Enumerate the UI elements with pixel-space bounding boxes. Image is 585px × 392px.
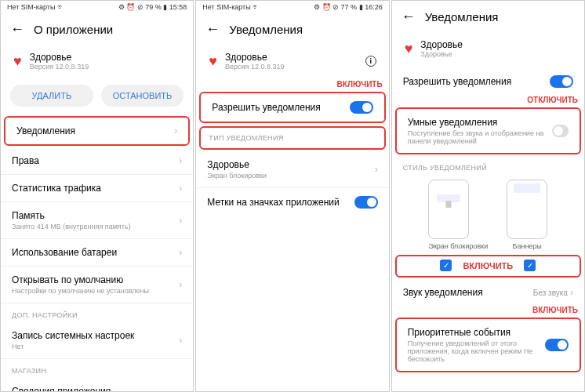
section-extra: ДОП. НАСТРОЙКИ [1, 303, 193, 322]
toggle-allow[interactable] [550, 75, 573, 88]
back-icon[interactable]: ← [402, 9, 416, 25]
row-traffic[interactable]: Статистика трафика› [1, 175, 193, 202]
row-permissions[interactable]: Права› [1, 147, 193, 175]
phone-2: Нет SIM-карты ᯤ ⚙ ⏰ ⊘ 77 % ▮ 16:26 ← Уве… [195, 0, 389, 392]
back-icon[interactable]: ← [10, 21, 24, 38]
header: ← Уведомления [196, 13, 388, 45]
highlight-checks: ✓ ВКЛЮЧИТЬ ✓ [395, 255, 581, 278]
chevron-right-icon: › [179, 279, 182, 290]
chevron-right-icon: › [570, 287, 573, 298]
style-banners[interactable]: Баннеры [507, 180, 547, 250]
annotation-enable-2: ВКЛЮЧИТЬ [392, 306, 584, 316]
status-bar: Нет SIM-карты ᯤ ⚙ ⏰ ⊘ 79 % ▮ 15:58 [1, 1, 193, 13]
action-buttons: УДАЛИТЬ ОСТАНОВИТЬ [1, 80, 193, 114]
row-system-write[interactable]: Запись системных настроекНет › [1, 322, 193, 359]
chevron-right-icon: › [179, 155, 182, 166]
toggle-priority[interactable] [545, 339, 569, 351]
style-options: Экран блокировки Баннеры [392, 175, 584, 253]
check-banners[interactable]: ✓ [524, 260, 536, 271]
chevron-right-icon: › [179, 247, 182, 258]
highlight-priority: Приоритетные событияПолучение уведомлени… [395, 318, 581, 372]
app-name: Здоровье [225, 52, 358, 63]
phone-3: ← Уведомления ♥ Здоровье Здоровье Разреш… [391, 0, 585, 392]
row-smart-notifications[interactable]: Умные уведомленияПоступление без звука и… [397, 109, 580, 153]
annotation-disable: ОТКЛЮЧИТЬ [392, 96, 584, 106]
section-store: МАГАЗИН [1, 359, 193, 378]
info-icon[interactable]: i [365, 56, 376, 67]
app-version: Версия 12.0.8.319 [225, 63, 358, 71]
app-info: ♥ Здоровье Версия 12.0.8.319 [1, 45, 193, 80]
heart-icon: ♥ [209, 53, 217, 70]
page-title: Уведомления [425, 10, 499, 24]
row-allow-notifications[interactable]: Разрешить уведомления [201, 93, 383, 122]
row-sound[interactable]: Звук уведомления Без звука › [392, 279, 584, 306]
row-battery[interactable]: Использование батареи› [1, 239, 193, 267]
phone-1: Нет SIM-карты ᯤ ⚙ ⏰ ⊘ 79 % ▮ 15:58 ← О п… [0, 0, 194, 392]
highlight-notifications: Уведомления › [4, 116, 190, 146]
highlight-type: ТИП УВЕДОМЛЕНИЯ [199, 126, 385, 150]
chevron-right-icon: › [375, 164, 378, 175]
status-left: Нет SIM-карты ᯤ [7, 3, 64, 11]
highlight-smart: Умные уведомленияПоступление без звука и… [395, 107, 581, 154]
back-icon[interactable]: ← [205, 21, 220, 38]
chevron-right-icon: › [179, 335, 182, 346]
toggle-smart[interactable] [552, 125, 569, 137]
chevron-right-icon: › [179, 183, 182, 194]
app-name: Здоровье [30, 52, 89, 63]
style-lockscreen[interactable]: Экран блокировки [428, 180, 488, 250]
row-memory[interactable]: ПамятьЗанято 414 МБ (внутренняя память) … [1, 202, 193, 239]
toggle-allow[interactable] [350, 101, 373, 114]
page-title: О приложении [34, 23, 113, 36]
header: ← О приложении [1, 13, 193, 45]
status-bar: Нет SIM-карты ᯤ ⚙ ⏰ ⊘ 77 % ▮ 16:26 [196, 1, 388, 13]
page-title: Уведомления [229, 23, 303, 36]
chevron-right-icon: › [179, 215, 182, 226]
row-health-channel[interactable]: ЗдоровьеЭкран блокировки › [196, 151, 388, 188]
row-app-details[interactable]: Сведения приложенияУстановлено из: Play … [1, 378, 193, 392]
stop-button[interactable]: ОСТАНОВИТЬ [101, 85, 184, 107]
status-right: ⚙ ⏰ ⊘ 79 % ▮ 15:58 [118, 3, 187, 11]
annotation-enable: ВКЛЮЧИТЬ [463, 261, 513, 270]
row-allow-notifications[interactable]: Разрешить уведомления [392, 67, 584, 96]
row-priority[interactable]: Приоритетные событияПолучение уведомлени… [397, 319, 580, 371]
delete-button[interactable]: УДАЛИТЬ [10, 85, 93, 107]
check-lockscreen[interactable]: ✓ [440, 260, 452, 271]
status-right: ⚙ ⏰ ⊘ 77 % ▮ 16:26 [314, 3, 383, 11]
chevron-right-icon: › [174, 125, 177, 136]
section-style: СТИЛЬ УВЕДОМЛЕНИЙ [392, 156, 584, 175]
toggle-badges[interactable] [354, 196, 378, 209]
app-info: ♥ Здоровье Здоровье [392, 33, 584, 67]
header: ← Уведомления [392, 1, 584, 33]
row-default-open[interactable]: Открывать по умолчаниюНастройки по умолч… [1, 267, 193, 303]
heart-icon: ♥ [405, 41, 413, 57]
app-subtitle: Здоровье [420, 50, 463, 58]
row-badges[interactable]: Метки на значках приложений [196, 188, 388, 216]
annotation-enable: ВКЛЮЧИТЬ [196, 80, 388, 90]
app-version: Версия 12.0.8.319 [30, 63, 89, 71]
highlight-allow: Разрешить уведомления [199, 92, 385, 123]
status-left: Нет SIM-карты ᯤ [202, 3, 260, 11]
app-info: ♥ Здоровье Версия 12.0.8.319 i [196, 45, 388, 80]
section-type: ТИП УВЕДОМЛЕНИЯ [201, 128, 383, 148]
heart-icon: ♥ [13, 53, 22, 70]
app-name: Здоровье [420, 39, 463, 50]
row-notifications[interactable]: Уведомления › [5, 118, 188, 144]
